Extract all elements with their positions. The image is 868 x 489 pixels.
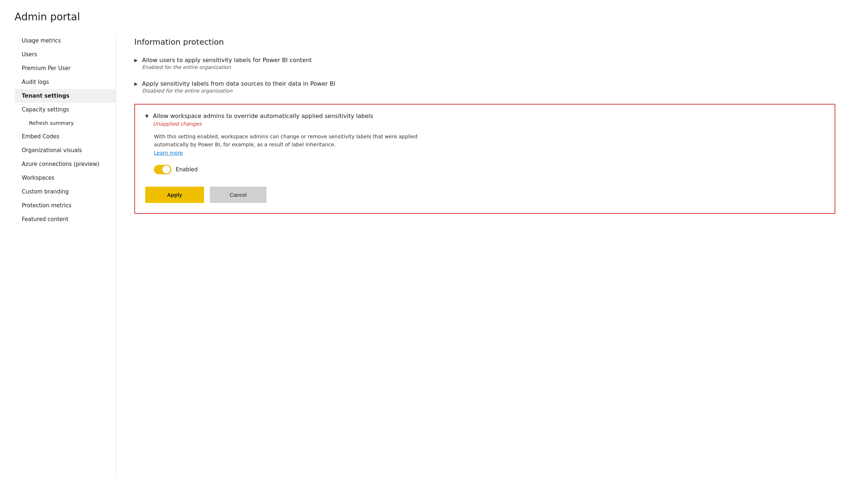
- setting-label-1: Allow users to apply sensitivity labels …: [142, 57, 312, 64]
- sidebar-item-capacity-settings[interactable]: Capacity settings: [15, 103, 116, 117]
- main-content: Information protection ▶ Allow users to …: [116, 34, 853, 478]
- collapse-arrow[interactable]: ▼: [145, 114, 148, 119]
- setting-status-1: Enabled for the entire organization: [142, 64, 312, 70]
- toggle-knob: [162, 166, 170, 174]
- card-description: With this setting enabled, workspace adm…: [154, 133, 430, 157]
- sidebar-item-usage-metrics[interactable]: Usage metrics: [15, 34, 116, 48]
- sidebar-item-users[interactable]: Users: [15, 48, 116, 61]
- sidebar-item-featured-content[interactable]: Featured content: [15, 212, 116, 226]
- sidebar-item-organizational-visuals[interactable]: Organizational visuals: [15, 143, 116, 157]
- sidebar-item-custom-branding[interactable]: Custom branding: [15, 185, 116, 199]
- card-title: Allow workspace admins to override autom…: [153, 113, 373, 119]
- expand-arrow-2[interactable]: ▶: [134, 81, 138, 86]
- section-title: Information protection: [134, 37, 835, 46]
- setting-row-allow-sensitivity: ▶ Allow users to apply sensitivity label…: [134, 57, 835, 70]
- sidebar-item-tenant-settings[interactable]: Tenant settings: [15, 89, 116, 103]
- expand-arrow-1[interactable]: ▶: [134, 58, 138, 63]
- setting-row-apply-sensitivity: ▶ Apply sensitivity labels from data sou…: [134, 80, 835, 94]
- setting-label-2: Apply sensitivity labels from data sourc…: [142, 80, 335, 87]
- page-title: Admin portal: [15, 11, 853, 23]
- expanded-card: ▼ Allow workspace admins to override aut…: [134, 104, 835, 214]
- button-row: Apply Cancel: [145, 187, 824, 203]
- setting-status-2: Disabled for the entire organization: [142, 88, 335, 94]
- toggle-row: Enabled: [154, 165, 824, 174]
- toggle-label: Enabled: [176, 166, 198, 173]
- sidebar-item-premium-per-user[interactable]: Premium Per User: [15, 61, 116, 75]
- sidebar-item-embed-codes[interactable]: Embed Codes: [15, 130, 116, 143]
- enabled-toggle[interactable]: [154, 165, 171, 174]
- sidebar-item-workspaces[interactable]: Workspaces: [15, 171, 116, 185]
- cancel-button[interactable]: Cancel: [210, 187, 267, 203]
- sidebar-item-audit-logs[interactable]: Audit logs: [15, 75, 116, 89]
- sidebar-item-azure-connections[interactable]: Azure connections (preview): [15, 157, 116, 171]
- unapplied-changes-text: Unapplied changes: [153, 121, 373, 127]
- sidebar: Usage metrics Users Premium Per User Aud…: [15, 34, 116, 478]
- apply-button[interactable]: Apply: [145, 187, 204, 203]
- learn-more-link[interactable]: Learn more: [154, 150, 183, 156]
- sidebar-item-refresh-summary[interactable]: Refresh summary: [15, 117, 116, 130]
- sidebar-item-protection-metrics[interactable]: Protection metrics: [15, 199, 116, 212]
